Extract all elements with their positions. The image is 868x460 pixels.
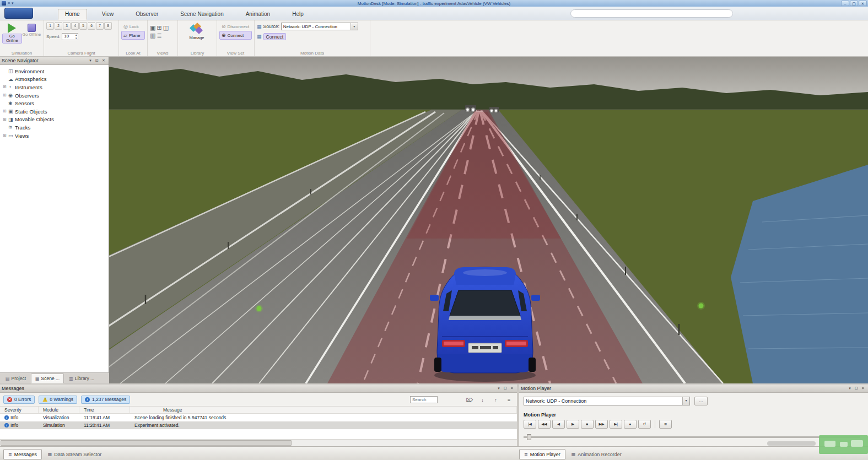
close-icon[interactable]: ✕ <box>509 386 515 391</box>
chevron-down-icon[interactable]: ▾ <box>682 397 689 405</box>
tree-item-environment[interactable]: ◫ Environment <box>0 67 109 75</box>
horizontal-scrollbar[interactable] <box>0 439 517 446</box>
messages-table: Severity Module Time Message i Info Visu… <box>0 407 517 439</box>
tree-item-observers[interactable]: ⊞ ◉ Observers <box>0 91 109 100</box>
tree-item-movable-objects[interactable]: ⊞ ◨ Movable Objects <box>0 116 109 124</box>
layout-quad-icon[interactable]: ⊞ <box>157 24 161 31</box>
camera-preset-3-button[interactable]: 3 <box>63 22 71 30</box>
record-button[interactable]: ● <box>624 420 637 429</box>
go-offline-button[interactable]: Go Offline <box>22 22 42 50</box>
tab-observer[interactable]: Observer <box>128 9 165 20</box>
camera-preset-8-button[interactable]: 8 <box>104 22 112 30</box>
statusbar-tab-data-stream-selector[interactable]: ▦ Data Stream Selector <box>43 449 107 459</box>
messages-search-input[interactable] <box>410 396 438 403</box>
fast-forward-button[interactable]: ▶▶ <box>595 420 608 429</box>
application-menu-button[interactable] <box>4 8 33 19</box>
chevron-down-icon[interactable]: ▾ <box>351 23 358 30</box>
tree-item-tracks[interactable]: ≋ Tracks <box>0 123 109 132</box>
table-header[interactable]: Severity Module Time Message <box>0 407 517 414</box>
panel-menu-icon[interactable]: ▾ <box>87 58 94 63</box>
camera-preset-6-button[interactable]: 6 <box>88 22 95 30</box>
layout-split-vertical-icon[interactable]: ▥ <box>150 32 155 39</box>
info-icon: i <box>85 397 90 402</box>
camera-preset-2-button[interactable]: 2 <box>55 22 62 30</box>
layout-list-icon[interactable]: ≣ <box>157 32 161 39</box>
plane-button[interactable]: ▱ Plane <box>121 31 145 40</box>
spin-down-icon[interactable]: ▼ <box>75 37 77 40</box>
pin-icon[interactable]: ⊡ <box>853 386 860 391</box>
warnings-filter-button[interactable]: ! 0 Warnings <box>39 396 77 404</box>
minimize-button[interactable]: – <box>841 1 849 6</box>
tree-item-sensors[interactable]: ✱ Sensors <box>0 99 109 107</box>
tab-scene-navigator[interactable]: ▦ Scene ... <box>31 374 64 383</box>
layout-split-horizontal-icon[interactable]: ◫ <box>163 24 169 31</box>
browse-button[interactable]: ... <box>694 397 708 405</box>
panel-menu-icon[interactable]: ▾ <box>495 386 502 391</box>
expand-icon[interactable]: ⊞ <box>3 109 8 114</box>
tab-scene-navigation[interactable]: Scene Navigation <box>173 9 230 20</box>
speed-spinbox[interactable]: 10 ▲ ▼ <box>62 33 78 40</box>
panel-menu-icon[interactable]: ▾ <box>847 386 853 391</box>
loop-button[interactable]: ↺ <box>638 420 651 429</box>
statusbar-tab-motion-player[interactable]: ≣ Motion Player <box>519 449 565 459</box>
close-button[interactable]: ✕ <box>859 1 867 6</box>
expand-icon[interactable]: ⊞ <box>3 93 8 98</box>
skip-to-end-button[interactable]: ▶| <box>610 420 622 429</box>
motion-source-combobox[interactable]: Network: UDP - Connection ▾ <box>281 23 358 30</box>
player-source-combobox[interactable]: Network: UDP - Connection ▾ <box>524 397 690 405</box>
message-options-icon[interactable]: ≡ <box>504 396 514 404</box>
messages-filter-button[interactable]: i 1,237 Messages <box>81 396 130 404</box>
layout-single-icon[interactable]: ▣ <box>150 24 155 31</box>
tree-item-static-objects[interactable]: ⊞ ▣ Static Objects <box>0 107 109 116</box>
camera-preset-7-button[interactable]: 7 <box>96 22 104 30</box>
ribbon-search-input[interactable] <box>570 9 733 18</box>
tree-item-atmospherics[interactable]: ☁ Atmospherics <box>0 75 109 84</box>
fast-rewind-button[interactable]: ◀◀ <box>538 420 551 429</box>
close-icon[interactable]: ✕ <box>100 58 107 63</box>
pin-icon[interactable]: ⊡ <box>502 386 509 391</box>
tab-project-navigator[interactable]: ▤ Project <box>1 374 30 383</box>
maximize-button[interactable]: ▢ <box>850 1 858 6</box>
stop-button[interactable]: ■ <box>581 420 594 429</box>
table-row[interactable]: i Info Simulation 11:20:41 AM Experiment… <box>0 421 517 429</box>
tree-item-views[interactable]: ⊞ ▭ Views <box>0 132 109 140</box>
arrow-down-icon[interactable]: ↓ <box>478 396 487 404</box>
tab-animation[interactable]: Animation <box>239 9 277 20</box>
slider-handle[interactable] <box>527 434 531 440</box>
camera-preset-4-button[interactable]: 4 <box>71 22 79 30</box>
scrollbar-thumb[interactable] <box>1 440 292 446</box>
player-options-button[interactable]: ≣ <box>659 420 672 429</box>
statusbar-tab-messages[interactable]: ≣ Messages <box>3 449 42 459</box>
manage-icon <box>190 23 204 35</box>
tab-library-navigator[interactable]: ▥ Library ... <box>64 374 99 383</box>
camera-preset-1-button[interactable]: 1 <box>46 22 54 30</box>
expand-icon[interactable]: ⊞ <box>3 84 8 90</box>
manage-button[interactable]: Manage <box>180 23 213 40</box>
playback-slider[interactable] <box>524 436 860 438</box>
close-icon[interactable]: ✕ <box>860 386 866 391</box>
motion-player-panel: Motion Player ▾ ⊡ ✕ Network: UDP - Conne… <box>519 385 868 446</box>
step-back-button[interactable]: ◀ <box>552 420 565 429</box>
table-row[interactable]: i Info Visualization 11:19:41 AM Scene l… <box>0 414 517 421</box>
lock-button[interactable]: ◎ Lock <box>121 22 145 31</box>
tab-home[interactable]: Home <box>58 9 87 20</box>
expand-icon[interactable]: ⊞ <box>3 117 8 122</box>
camera-preset-5-button[interactable]: 5 <box>79 22 87 30</box>
play-button[interactable]: ▶ <box>567 420 579 429</box>
tab-help[interactable]: Help <box>285 9 311 20</box>
view-set-connect-button[interactable]: ⊕ Connect <box>219 31 252 40</box>
go-online-button[interactable]: Go Online <box>2 22 22 50</box>
tree-item-instruments[interactable]: ⊞ ◔ Instruments <box>0 83 109 91</box>
expand-icon[interactable]: ⊞ <box>3 133 8 138</box>
clear-messages-icon[interactable]: ⌦ <box>465 396 474 404</box>
disconnect-button[interactable]: ⊘ Disconnect <box>219 22 252 31</box>
errors-filter-button[interactable]: ✕ 0 Errors <box>3 396 35 404</box>
motion-connect-button[interactable]: Connect <box>263 33 287 40</box>
pin-icon[interactable]: ⊡ <box>94 58 100 63</box>
arrow-up-icon[interactable]: ↑ <box>491 396 500 404</box>
3d-viewport[interactable] <box>109 57 868 383</box>
statusbar-tab-animation-recorder[interactable]: ▦ Animation Recorder <box>567 449 627 459</box>
tab-view[interactable]: View <box>95 9 121 20</box>
skip-to-start-button[interactable]: |◀ <box>524 420 536 429</box>
group-label-camera-flight: Camera Flight <box>44 51 118 56</box>
